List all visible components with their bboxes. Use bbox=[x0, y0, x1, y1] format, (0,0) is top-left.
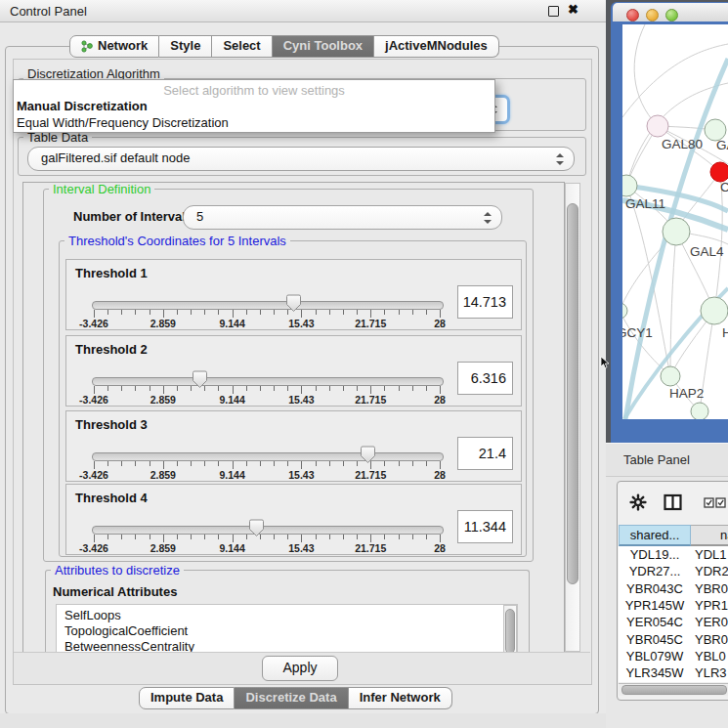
tab-cyni-toolbox[interactable]: Cyni Toolbox bbox=[273, 35, 374, 58]
attribute-item-topologicalcoefficient[interactable]: TopologicalCoefficient bbox=[64, 623, 188, 638]
slider-tick bbox=[163, 461, 164, 469]
tab-jactivemnodules[interactable]: jActiveMNodules bbox=[374, 35, 499, 58]
slider-tick bbox=[107, 310, 108, 315]
float-window-icon[interactable] bbox=[548, 6, 559, 17]
threshold-box-3: Threshold 3-3.4262.8599.14415.4321.71528 bbox=[65, 410, 522, 482]
cell-name: YLR3 bbox=[695, 665, 728, 680]
close-icon[interactable]: ✖ bbox=[568, 2, 578, 17]
number-of-intervals-combobox[interactable]: 5 bbox=[183, 205, 502, 230]
tab-label: jActiveMNodules bbox=[385, 38, 488, 54]
attribute-item-selfloops[interactable]: SelfLoops bbox=[64, 608, 121, 622]
slider-tick bbox=[107, 386, 108, 391]
slider-track[interactable] bbox=[92, 301, 444, 310]
network-node[interactable] bbox=[663, 218, 690, 245]
settings-scrollbar-thumb[interactable] bbox=[567, 203, 578, 584]
tab-label: Select bbox=[223, 38, 260, 54]
network-node[interactable] bbox=[710, 162, 728, 182]
slider-tick bbox=[274, 386, 275, 391]
table-row[interactable]: YER054CYER0 bbox=[619, 615, 728, 631]
table-row[interactable]: YDL19...YDL1 bbox=[619, 547, 728, 564]
slider-handle[interactable] bbox=[192, 370, 208, 389]
threshold-label: Threshold 3 bbox=[75, 417, 148, 432]
slider-tick-label: -3.426 bbox=[79, 542, 108, 554]
slider-tick-label: 9.144 bbox=[219, 542, 244, 554]
cell-name: YBL0 bbox=[695, 649, 728, 664]
network-node[interactable] bbox=[661, 366, 680, 386]
table-panel-header: Table Panel bbox=[606, 443, 728, 477]
slider-handle[interactable] bbox=[360, 446, 376, 464]
slider-tick-label: -3.426 bbox=[79, 469, 108, 481]
slider-tick bbox=[399, 461, 400, 466]
network-node[interactable] bbox=[622, 175, 637, 196]
slider-tick bbox=[316, 535, 317, 539]
slider-tick bbox=[163, 310, 164, 318]
slider-tick-label: 28 bbox=[434, 542, 446, 554]
network-node[interactable] bbox=[647, 115, 668, 137]
columns-icon[interactable] bbox=[664, 493, 682, 511]
interval-definition-legend: Interval Definition bbox=[49, 182, 154, 196]
tab-style[interactable]: Style bbox=[159, 35, 212, 58]
column-header-shared-name[interactable]: shared... bbox=[619, 525, 691, 546]
table-row[interactable]: YBR043CYBR0 bbox=[619, 581, 728, 598]
slider-track[interactable] bbox=[92, 452, 444, 461]
bottom-tab-infer-network[interactable]: Infer Network bbox=[349, 687, 452, 709]
column-header-name[interactable]: na bbox=[691, 525, 728, 546]
table-row[interactable]: YBL079WYBL0 bbox=[619, 649, 728, 665]
slider-track[interactable] bbox=[92, 526, 444, 535]
table-row[interactable]: YPR145WYPR1 bbox=[619, 598, 728, 615]
algorithm-option-manual-discretization[interactable]: Manual Discretization bbox=[17, 99, 148, 113]
slider-tick bbox=[218, 310, 219, 315]
tab-select[interactable]: Select bbox=[212, 35, 272, 58]
slider-tick bbox=[246, 461, 247, 466]
bottom-tab-label: Infer Network bbox=[360, 690, 441, 706]
network-edge bbox=[626, 186, 670, 376]
slider-tick-label: 21.715 bbox=[355, 318, 386, 329]
thresholds-group: Threshold's Coordinates for 5 Intervals … bbox=[59, 240, 527, 557]
slider-track[interactable] bbox=[92, 377, 444, 386]
tab-network[interactable]: Network bbox=[69, 35, 159, 58]
threshold-value-field[interactable] bbox=[457, 285, 513, 319]
cell-shared-name: YDR27... bbox=[619, 564, 691, 578]
slider-handle[interactable] bbox=[285, 294, 302, 313]
slider-tick bbox=[121, 461, 122, 466]
slider-tick bbox=[384, 535, 385, 539]
slider-tick-label: 28 bbox=[434, 469, 446, 481]
network-node-label: GAL bbox=[716, 138, 728, 152]
network-node[interactable] bbox=[701, 297, 728, 324]
slider-tick bbox=[94, 386, 95, 394]
table-row[interactable]: YBR045CYBR0 bbox=[619, 632, 728, 649]
apply-button[interactable]: Apply bbox=[262, 656, 338, 681]
cell-name: YDR2 bbox=[695, 564, 728, 578]
threshold-value-field[interactable] bbox=[457, 437, 513, 470]
network-node[interactable] bbox=[691, 403, 708, 419]
settings-scrollpane: Interval Definition Number of Intervals … bbox=[22, 182, 565, 654]
slider-tick bbox=[135, 461, 136, 466]
attributes-scrollbar-thumb[interactable] bbox=[505, 609, 515, 654]
slider-handle[interactable] bbox=[248, 519, 265, 537]
slider-tick bbox=[135, 386, 136, 391]
network-view-canvas[interactable]: GAL80GALCGAL11GAL4GCY1HHAP2 bbox=[622, 24, 728, 419]
algorithm-option-equal-width-frequency-discretization[interactable]: Equal Width/Frequency Discretization bbox=[17, 115, 229, 130]
bottom-tab-discretize-data[interactable]: Discretize Data bbox=[235, 687, 348, 709]
cell-shared-name: YBR043C bbox=[619, 581, 691, 596]
table-data-combobox[interactable]: galFiltered.sif default node bbox=[27, 147, 575, 171]
settings-scrollbar-track[interactable] bbox=[565, 183, 580, 652]
slider-tick-label: 2.859 bbox=[150, 394, 176, 406]
gear-icon[interactable] bbox=[629, 493, 647, 511]
table-row[interactable]: YLR345WYLR3 bbox=[619, 665, 728, 682]
bottom-tab-impute-data[interactable]: Impute Data bbox=[139, 687, 235, 709]
table-row[interactable]: YDR27...YDR2 bbox=[619, 564, 728, 580]
threshold-value-field[interactable] bbox=[457, 510, 513, 543]
zoom-traffic-light[interactable] bbox=[665, 9, 678, 21]
cell-shared-name: YDL19... bbox=[619, 547, 691, 562]
threshold-value-field[interactable] bbox=[457, 362, 513, 395]
minimize-traffic-light[interactable] bbox=[646, 9, 659, 21]
attributes-scrollbar-track[interactable] bbox=[503, 605, 517, 654]
network-node[interactable] bbox=[622, 303, 627, 319]
select-columns-checkboxes-icon[interactable] bbox=[704, 497, 727, 508]
cell-name: YER0 bbox=[695, 615, 728, 629]
close-traffic-light[interactable] bbox=[626, 9, 639, 21]
table-hscrollbar-thumb[interactable] bbox=[621, 685, 727, 695]
slider-tick-label: 21.715 bbox=[355, 469, 386, 481]
slider-tick bbox=[301, 386, 302, 394]
